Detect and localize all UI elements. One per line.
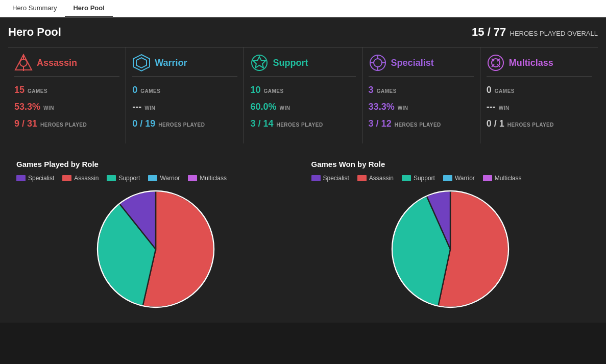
heroes-played-value-specialist: 3 / 12 <box>369 118 392 129</box>
win-label-multiclass: WIN <box>499 105 510 111</box>
games-label-warrior: GAMES <box>140 88 160 94</box>
win-label-assassin: WIN <box>43 105 54 111</box>
legend-label: Specialist <box>323 175 349 182</box>
games-label-assassin: GAMES <box>28 88 47 94</box>
svg-point-8 <box>374 59 382 67</box>
support-icon <box>250 54 269 72</box>
role-header-specialist: Specialist <box>369 54 474 77</box>
games-value-warrior: 0 <box>132 85 137 95</box>
heroes-stat-warrior: 0 / 19 HEROES PLAYED <box>132 118 237 129</box>
role-header-assassin: Assassin <box>14 54 119 77</box>
heroes-played-value-support: 3 / 14 <box>250 118 273 129</box>
win-value-warrior: --- <box>132 102 141 112</box>
legend-item: Multiclass <box>188 175 227 182</box>
multiclass-icon <box>487 54 505 72</box>
games-won-legend: SpecialistAssassinSupportWarriorMulticla… <box>311 175 590 182</box>
specialist-icon <box>369 54 387 72</box>
role-header-multiclass: Multiclass <box>487 54 592 77</box>
roles-row: Assassin 15 GAMES 53.3% WIN 9 / 31 HEROE… <box>8 47 598 143</box>
games-played-pie <box>94 188 217 310</box>
tab-hero-pool[interactable]: Hero Pool <box>65 0 112 17</box>
heroes-stat-support: 3 / 14 HEROES PLAYED <box>250 118 355 129</box>
games-value-specialist: 3 <box>369 85 374 95</box>
legend-color <box>107 175 116 181</box>
games-label-specialist: GAMES <box>377 88 397 94</box>
heroes-played-label-warrior: HEROES PLAYED <box>158 122 205 128</box>
games-won-pie <box>389 188 512 310</box>
legend-item: Multiclass <box>483 175 522 182</box>
legend-label: Support <box>118 175 140 182</box>
games-played-chart: Games Played by Role SpecialistAssassinS… <box>8 156 303 314</box>
role-header-warrior: Warrior <box>132 54 237 77</box>
games-stat-warrior: 0 GAMES <box>132 85 237 95</box>
legend-color <box>16 175 26 181</box>
heroes-stat-multiclass: 0 / 1 HEROES PLAYED <box>487 118 592 129</box>
legend-item: Warrior <box>148 175 180 182</box>
charts-section: Games Played by Role SpecialistAssassinS… <box>8 156 598 314</box>
heroes-overall: 15 / 77 HEROES PLAYED OVERALL <box>472 26 598 39</box>
games-value-assassin: 15 <box>14 85 25 95</box>
games-stat-multiclass: 0 GAMES <box>487 85 592 95</box>
svg-point-13 <box>488 55 503 70</box>
role-name-support: Support <box>273 58 308 68</box>
svg-marker-5 <box>136 58 147 68</box>
legend-label: Warrior <box>160 175 180 182</box>
games-value-multiclass: 0 <box>487 85 492 95</box>
legend-color <box>148 175 157 181</box>
role-name-assassin: Assassin <box>37 58 77 68</box>
tab-hero-summary[interactable]: Hero Summary <box>4 0 65 17</box>
games-label-multiclass: GAMES <box>495 88 515 94</box>
role-col-warrior: Warrior 0 GAMES --- WIN 0 / 19 HEROES PL… <box>126 47 244 143</box>
legend-item: Warrior <box>443 175 475 182</box>
legend-label: Multiclass <box>495 175 522 182</box>
role-header-support: Support <box>250 54 355 77</box>
win-label-warrior: WIN <box>144 105 155 111</box>
win-value-assassin: 53.3% <box>14 102 40 112</box>
legend-label: Specialist <box>28 175 54 182</box>
role-col-support: Support 10 GAMES 60.0% WIN 3 / 14 HEROES… <box>244 47 362 143</box>
win-stat-warrior: --- WIN <box>132 102 237 112</box>
heroes-played-label-specialist: HEROES PLAYED <box>395 122 441 128</box>
role-col-specialist: Specialist 3 GAMES 33.3% WIN 3 / 12 HERO… <box>362 47 480 143</box>
win-stat-specialist: 33.3% WIN <box>369 102 474 112</box>
assassin-icon <box>14 54 33 72</box>
heroes-played-value-assassin: 9 / 31 <box>14 118 37 129</box>
win-stat-multiclass: --- WIN <box>487 102 592 112</box>
legend-label: Multiclass <box>200 175 227 182</box>
page-title: Hero Pool <box>8 26 61 39</box>
win-stat-support: 60.0% WIN <box>250 102 355 112</box>
heroes-played-value-warrior: 0 / 19 <box>132 118 155 129</box>
games-stat-support: 10 GAMES <box>250 85 355 95</box>
games-won-chart: Games Won by Role SpecialistAssassinSupp… <box>303 156 598 314</box>
games-value-support: 10 <box>250 85 260 95</box>
legend-item: Support <box>107 175 140 182</box>
legend-item: Specialist <box>311 175 349 182</box>
legend-color <box>483 175 492 181</box>
legend-item: Assassin <box>62 175 99 182</box>
games-label-support: GAMES <box>263 88 283 94</box>
win-label-support: WIN <box>279 105 290 111</box>
heroes-played-value-multiclass: 0 / 1 <box>487 118 504 129</box>
role-name-multiclass: Multiclass <box>509 58 553 68</box>
main-content: Hero Pool 15 / 77 HEROES PLAYED OVERALL … <box>0 17 606 323</box>
hero-pool-header: Hero Pool 15 / 77 HEROES PLAYED OVERALL <box>8 26 598 39</box>
warrior-icon <box>132 54 151 72</box>
role-col-assassin: Assassin 15 GAMES 53.3% WIN 9 / 31 HEROE… <box>8 47 126 143</box>
games-stat-assassin: 15 GAMES <box>14 85 119 95</box>
heroes-played-label-support: HEROES PLAYED <box>276 122 323 128</box>
heroes-count: 15 / 77 <box>472 26 506 38</box>
legend-item: Specialist <box>16 175 54 182</box>
role-name-specialist: Specialist <box>391 58 434 68</box>
games-won-title: Games Won by Role <box>311 160 590 168</box>
heroes-played-label-assassin: HEROES PLAYED <box>40 122 87 128</box>
legend-label: Assassin <box>369 175 394 182</box>
legend-color <box>402 175 411 181</box>
heroes-stat-specialist: 3 / 12 HEROES PLAYED <box>369 118 474 129</box>
legend-item: Support <box>402 175 435 182</box>
heroes-overall-label: HEROES PLAYED OVERALL <box>510 30 598 37</box>
tab-bar: Hero Summary Hero Pool <box>0 0 606 17</box>
win-value-multiclass: --- <box>487 102 496 112</box>
legend-color <box>62 175 71 181</box>
role-name-warrior: Warrior <box>155 58 187 68</box>
win-stat-assassin: 53.3% WIN <box>14 102 119 112</box>
